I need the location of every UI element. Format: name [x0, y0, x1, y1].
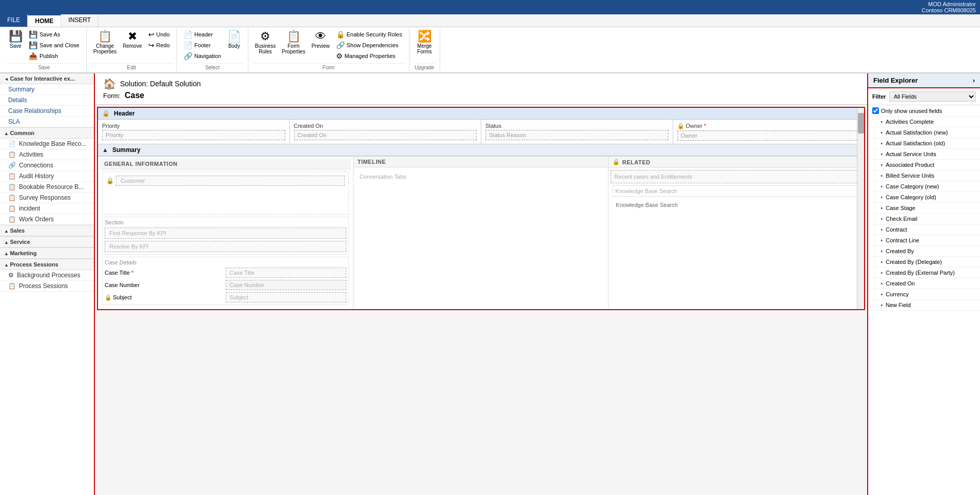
body-button[interactable]: 📄 Body	[225, 29, 244, 50]
field-contract[interactable]: ▪ Contract	[868, 224, 980, 235]
resolve-kpi-input[interactable]: Resolve By KPI	[105, 241, 346, 252]
field-associated-product[interactable]: ▪ Associated Product	[868, 160, 980, 170]
first-response-kpi-input[interactable]: First Response By KPI	[105, 227, 346, 239]
bookable-icon: 📋	[8, 183, 16, 191]
sidebar-item-bookable[interactable]: 📋 Bookable Resource B...	[0, 182, 94, 193]
filter-select[interactable]: All Fields Unused Fields Required Fields	[889, 91, 976, 102]
header-button[interactable]: 📄 Header	[181, 29, 224, 40]
save-icon: 💾	[9, 31, 23, 42]
nav-group-process-sessions: Process Sessions	[0, 259, 94, 270]
case-number-row: Case Number Case Number	[105, 280, 346, 290]
field-label: Billed Service Units	[886, 173, 934, 179]
priority-input[interactable]: Priority	[102, 130, 285, 140]
redo-label: Redo	[156, 42, 170, 48]
tab-file[interactable]: FILE	[0, 14, 28, 27]
field-new-field[interactable]: ▪ New Field	[868, 300, 980, 311]
center-body: 🏠 Solution: Default Solution Form: Case …	[95, 73, 867, 495]
form-properties-button[interactable]: 📋 FormProperties	[279, 29, 308, 56]
field-created-by[interactable]: ▪ Created By	[868, 246, 980, 257]
field-icon: ▪	[880, 129, 883, 136]
preview-button[interactable]: 👁 Preview	[309, 29, 332, 50]
tab-home[interactable]: HOME	[28, 14, 61, 27]
nav-group-sales: Sales	[0, 225, 94, 236]
sidebar-item-details[interactable]: Details	[0, 95, 94, 106]
incident-icon: 📋	[8, 205, 16, 212]
field-actual-service-units[interactable]: ▪ Actual Service Units	[868, 149, 980, 160]
field-icon: ▪	[880, 161, 883, 168]
case-number-input[interactable]: Case Number	[226, 280, 346, 290]
audit-icon: 📋	[8, 173, 16, 180]
remove-button[interactable]: ✖ Remove	[120, 29, 144, 50]
sidebar-item-kb-reco[interactable]: 📄 Knowledge Base Reco...	[0, 139, 94, 149]
created-on-input[interactable]: Created On	[294, 130, 477, 140]
change-properties-button[interactable]: 📋 ChangeProperties	[91, 29, 120, 56]
field-created-by-delegate[interactable]: ▪ Created By (Delegate)	[868, 257, 980, 268]
org-name: Contoso CRM808025	[922, 7, 976, 13]
right-explorer: Field Explorer › Filter All Fields Unuse…	[867, 73, 980, 495]
sidebar-item-activities[interactable]: 📋 Activities	[0, 149, 94, 160]
field-label: Associated Product	[886, 162, 934, 168]
kb-search-top-label: Knowledge Base Search	[615, 188, 857, 194]
save-as-button[interactable]: 💾 Save As	[26, 29, 82, 40]
solution-title: Solution: Default Solution	[120, 80, 201, 88]
form-canvas: 🔒 Header Priority Priority Created On Cr…	[97, 107, 865, 310]
sidebar-item-incident[interactable]: 📋 incident	[0, 203, 94, 214]
field-case-category-old[interactable]: ▪ Case Category (old)	[868, 192, 980, 203]
field-case-stage[interactable]: ▪ Case Stage	[868, 203, 980, 214]
explorer-expand-icon[interactable]: ›	[973, 77, 975, 84]
sidebar-item-process-sessions[interactable]: 📋 Process Sessions	[0, 281, 94, 292]
status-input[interactable]: Status Reason	[485, 130, 669, 140]
save-and-close-button[interactable]: 💾 Save and Close	[26, 40, 82, 50]
field-billed-service-units[interactable]: ▪ Billed Service Units	[868, 170, 980, 181]
form-props-icon: 📋	[287, 31, 301, 42]
work-orders-icon: 📋	[8, 216, 16, 223]
field-actual-satisfaction-new[interactable]: ▪ Actual Satisfaction (new)	[868, 127, 980, 138]
sidebar-item-connections[interactable]: 🔗 Connections	[0, 160, 94, 171]
managed-properties-button[interactable]: ⚙ Managed Properties	[334, 51, 405, 61]
field-label: Currency	[886, 291, 909, 297]
field-label: Check Email	[886, 216, 917, 222]
priority-field: Priority Priority	[98, 120, 289, 144]
field-activities-complete[interactable]: ▪ Activities Complete	[868, 117, 980, 127]
tab-insert[interactable]: INSERT	[61, 14, 99, 27]
save-button[interactable]: 💾 Save	[6, 29, 25, 50]
publish-button[interactable]: 📤 Publish	[26, 51, 82, 61]
header-section-label: 🔒 Header	[98, 108, 864, 120]
save-group-items: 💾 Save 💾 Save As 💾 Save and Close 📤 Publ…	[6, 29, 82, 63]
field-created-on[interactable]: ▪ Created On	[868, 278, 980, 289]
owner-field: 🔒 Owner * Owner	[673, 120, 865, 144]
scrollbar-track[interactable]	[857, 108, 864, 309]
business-rules-button[interactable]: ⚙ BusinessRules	[252, 29, 279, 56]
sidebar-item-case-relationships[interactable]: Case Relationships	[0, 106, 94, 117]
field-actual-satisfaction-old[interactable]: ▪ Actual Satisfaction (old)	[868, 138, 980, 149]
field-label: Case Category (new)	[886, 183, 939, 189]
spacer2	[105, 200, 346, 212]
customer-input[interactable]: Customer	[116, 176, 345, 186]
recent-cases-box[interactable]: Recent cases and Entitlements	[611, 170, 862, 183]
sidebar-item-work-orders[interactable]: 📋 Work Orders	[0, 214, 94, 225]
sidebar-item-sla[interactable]: SLA	[0, 117, 94, 127]
merge-label: MergeForms	[417, 43, 432, 54]
merge-forms-button[interactable]: 🔀 MergeForms	[415, 29, 434, 56]
subject-input[interactable]: Subject	[226, 292, 346, 302]
field-contract-line[interactable]: ▪ Contract Line	[868, 235, 980, 246]
sidebar-item-audit-history[interactable]: 📋 Audit History	[0, 171, 94, 182]
field-case-category-new[interactable]: ▪ Case Category (new)	[868, 181, 980, 192]
footer-button[interactable]: 📄 Footer	[181, 40, 224, 50]
sidebar-item-background-processes[interactable]: ⚙ Background Processes	[0, 270, 94, 281]
remove-icon: ✖	[128, 31, 137, 42]
unused-fields-checkbox[interactable]	[872, 107, 879, 114]
field-check-email[interactable]: ▪ Check Email	[868, 214, 980, 224]
case-title-input[interactable]: Case Title	[226, 268, 346, 278]
navigation-button[interactable]: 🔗 Navigation	[181, 51, 224, 61]
sidebar-item-survey-responses[interactable]: 📋 Survey Responses	[0, 193, 94, 203]
show-dependencies-button[interactable]: 🔗 Show Dependencies	[334, 40, 405, 50]
enable-security-roles-button[interactable]: 🔒 Enable Security Roles	[334, 29, 405, 40]
merge-icon: 🔀	[418, 31, 432, 42]
owner-input[interactable]: Owner	[677, 130, 860, 141]
field-currency[interactable]: ▪ Currency	[868, 289, 980, 300]
field-created-by-external[interactable]: ▪ Created By (External Party)	[868, 268, 980, 278]
redo-button[interactable]: ↪ Redo	[146, 40, 172, 50]
undo-button[interactable]: ↩ Undo	[146, 29, 172, 40]
sidebar-item-summary[interactable]: Summary	[0, 84, 94, 95]
